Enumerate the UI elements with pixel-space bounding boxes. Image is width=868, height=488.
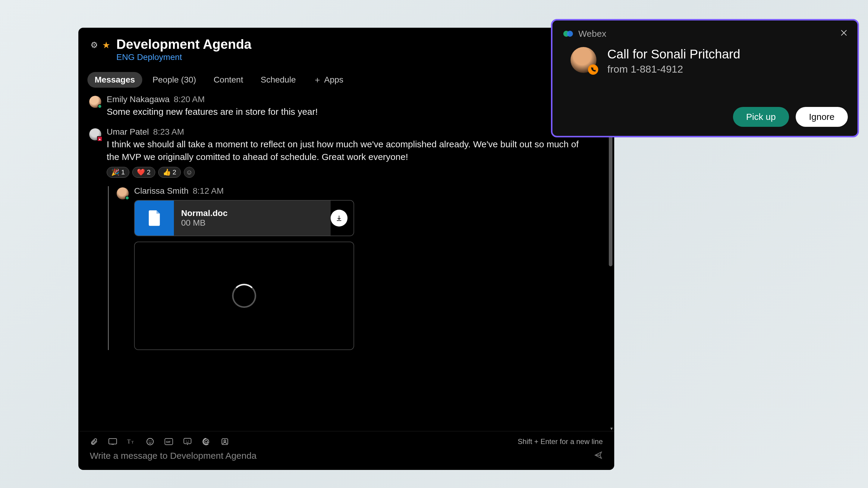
presence-dnd-icon: ▲ bbox=[97, 136, 102, 141]
svg-point-10 bbox=[186, 441, 187, 441]
header-titles: Development Agenda ENG Deployment bbox=[116, 37, 251, 62]
toast-body: Call for Sonali Pritchard from 1-881-491… bbox=[562, 47, 848, 75]
file-size: 00 MB bbox=[181, 218, 323, 228]
reaction-icon[interactable] bbox=[183, 437, 192, 446]
composer: TT GIF Shift + Enter for a new line bbox=[79, 431, 614, 470]
message-body: Emily Nakagawa 8:20 AM Some exciting new… bbox=[107, 95, 590, 118]
message-author: Clarissa Smith bbox=[134, 186, 188, 196]
file-attachment[interactable]: Normal.doc 00 MB bbox=[134, 200, 354, 236]
emoji-icon[interactable] bbox=[146, 437, 154, 446]
message-time: 8:12 AM bbox=[193, 186, 224, 196]
message-time: 8:20 AM bbox=[174, 95, 205, 104]
ignore-button[interactable]: Ignore bbox=[796, 107, 848, 127]
reaction-pill[interactable]: 🎉 1 bbox=[107, 167, 129, 178]
toast-app-name: Webex bbox=[578, 29, 607, 39]
tab-apps[interactable]: ＋ Apps bbox=[306, 71, 350, 89]
tab-content[interactable]: Content bbox=[207, 72, 250, 88]
chat-header: ⚙ ★ Development Agenda ENG Deployment bbox=[79, 28, 614, 65]
composer-hint: Shift + Enter for a new line bbox=[518, 437, 603, 446]
scrollbar[interactable]: ▾ bbox=[609, 92, 613, 431]
scroll-down-icon[interactable]: ▾ bbox=[609, 426, 614, 431]
phone-icon bbox=[588, 64, 598, 75]
file-info: Normal.doc 00 MB bbox=[174, 201, 331, 235]
tab-schedule[interactable]: Schedule bbox=[253, 72, 303, 88]
svg-point-4 bbox=[147, 438, 153, 445]
loading-preview bbox=[134, 241, 354, 350]
presence-active-icon bbox=[125, 196, 129, 200]
call-from: from 1-881-4912 bbox=[607, 63, 740, 75]
svg-point-15 bbox=[567, 31, 573, 37]
svg-rect-9 bbox=[184, 438, 191, 444]
avatar[interactable] bbox=[89, 96, 101, 108]
tab-messages[interactable]: Messages bbox=[87, 72, 142, 88]
chat-window: ⚙ ★ Development Agenda ENG Deployment Me… bbox=[79, 28, 614, 470]
add-reaction-button[interactable]: ☺ bbox=[184, 167, 195, 178]
svg-point-6 bbox=[151, 441, 152, 442]
avatar[interactable] bbox=[117, 187, 129, 199]
reaction-pill[interactable]: 👍 2 bbox=[158, 167, 181, 178]
file-name: Normal.doc bbox=[181, 208, 323, 218]
incoming-call-toast: Webex Call for Sonali Pritchard from 1-8… bbox=[551, 19, 859, 137]
room-title: Development Agenda bbox=[116, 37, 251, 52]
file-icon bbox=[135, 201, 174, 235]
attachment-icon[interactable] bbox=[90, 437, 98, 446]
toast-actions: Pick up Ignore bbox=[562, 107, 848, 127]
send-icon[interactable] bbox=[594, 451, 603, 461]
message-text: I think we should all take a moment to r… bbox=[107, 138, 590, 163]
star-icon[interactable]: ★ bbox=[102, 40, 110, 50]
svg-text:T: T bbox=[127, 438, 130, 445]
message-author: Umar Patel bbox=[107, 127, 149, 137]
reactions: 🎉 1 ❤️ 2 👍 2 ☺ bbox=[107, 167, 590, 178]
spinner-icon bbox=[232, 284, 256, 308]
presence-active-icon bbox=[98, 104, 102, 108]
reaction-count: 2 bbox=[147, 168, 150, 176]
mention-icon[interactable] bbox=[202, 437, 210, 446]
contact-card-icon[interactable] bbox=[221, 437, 229, 446]
avatar[interactable]: ▲ bbox=[89, 128, 101, 140]
reaction-count: 2 bbox=[173, 168, 176, 176]
message-author: Emily Nakagawa bbox=[107, 95, 170, 104]
message-row: Emily Nakagawa 8:20 AM Some exciting new… bbox=[87, 95, 590, 118]
room-subtitle[interactable]: ENG Deployment bbox=[116, 53, 251, 62]
svg-point-11 bbox=[188, 441, 189, 441]
message-time: 8:23 AM bbox=[153, 127, 184, 137]
header-icons: ⚙ ★ bbox=[90, 37, 110, 50]
thumbs-up-icon: 👍 bbox=[163, 168, 171, 176]
party-popper-icon: 🎉 bbox=[111, 168, 119, 176]
close-icon[interactable] bbox=[840, 29, 848, 39]
thread-reply: Clarissa Smith 8:12 AM Normal.doc 00 MB bbox=[108, 186, 590, 350]
svg-point-13 bbox=[224, 440, 226, 442]
svg-text:GIF: GIF bbox=[166, 441, 171, 444]
message-text: Some exciting new features are in store … bbox=[107, 105, 590, 118]
caller-avatar bbox=[570, 47, 596, 73]
call-title: Call for Sonali Pritchard bbox=[607, 47, 740, 61]
svg-text:T: T bbox=[131, 440, 134, 444]
pickup-button[interactable]: Pick up bbox=[733, 107, 789, 127]
gear-icon[interactable]: ⚙ bbox=[90, 40, 98, 50]
message-row: ▲ Umar Patel 8:23 AM I think we should a… bbox=[87, 127, 590, 350]
heart-icon: ❤️ bbox=[137, 168, 145, 176]
plus-icon: ＋ bbox=[313, 74, 321, 86]
toast-header: Webex bbox=[562, 28, 848, 40]
tab-apps-label: Apps bbox=[324, 75, 343, 85]
download-button[interactable] bbox=[331, 210, 347, 227]
messages-area[interactable]: Emily Nakagawa 8:20 AM Some exciting new… bbox=[79, 92, 614, 431]
reaction-count: 1 bbox=[121, 168, 125, 176]
gif-icon[interactable]: GIF bbox=[164, 437, 173, 446]
webex-logo-icon bbox=[562, 28, 574, 40]
svg-rect-0 bbox=[109, 438, 117, 444]
tabs: Messages People (30) Content Schedule ＋ … bbox=[79, 65, 614, 92]
composer-toolbar: TT GIF Shift + Enter for a new line bbox=[90, 437, 603, 446]
format-text-icon[interactable]: TT bbox=[127, 437, 135, 446]
screen-capture-icon[interactable] bbox=[108, 437, 117, 446]
svg-point-5 bbox=[149, 441, 150, 442]
composer-input[interactable] bbox=[90, 451, 594, 461]
reaction-pill[interactable]: ❤️ 2 bbox=[132, 167, 155, 178]
tab-people[interactable]: People (30) bbox=[145, 72, 204, 88]
message-body: Umar Patel 8:23 AM I think we should all… bbox=[107, 127, 590, 350]
svg-rect-1 bbox=[112, 444, 114, 445]
